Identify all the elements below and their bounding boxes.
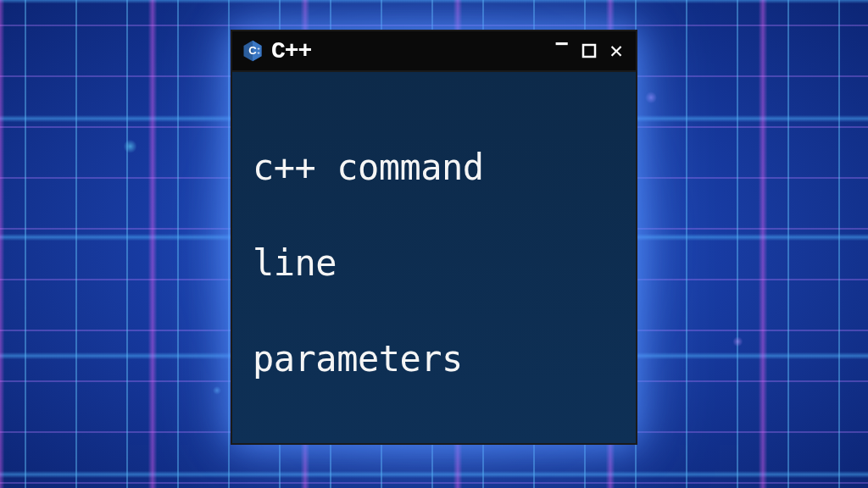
terminal-window: C + + C++ − ✕ c++ command line parameter…: [231, 30, 637, 445]
terminal-line: line: [253, 242, 337, 284]
terminal-line: c++ command: [253, 147, 484, 188]
svg-text:+: +: [257, 50, 259, 55]
window-title: C++: [271, 38, 544, 64]
svg-text:C: C: [248, 44, 257, 57]
svg-rect-5: [583, 45, 595, 57]
terminal-body[interactable]: c++ command line parameters: [232, 72, 636, 443]
titlebar[interactable]: C + + C++ − ✕: [232, 31, 636, 72]
terminal-content: c++ command line parameters: [253, 96, 615, 384]
close-button[interactable]: ✕: [605, 40, 627, 62]
window-controls: − ✕: [551, 40, 627, 62]
terminal-line: parameters: [253, 338, 463, 380]
cpp-icon: C + +: [241, 39, 264, 63]
minimize-button[interactable]: −: [551, 40, 573, 62]
maximize-button[interactable]: [578, 40, 600, 62]
